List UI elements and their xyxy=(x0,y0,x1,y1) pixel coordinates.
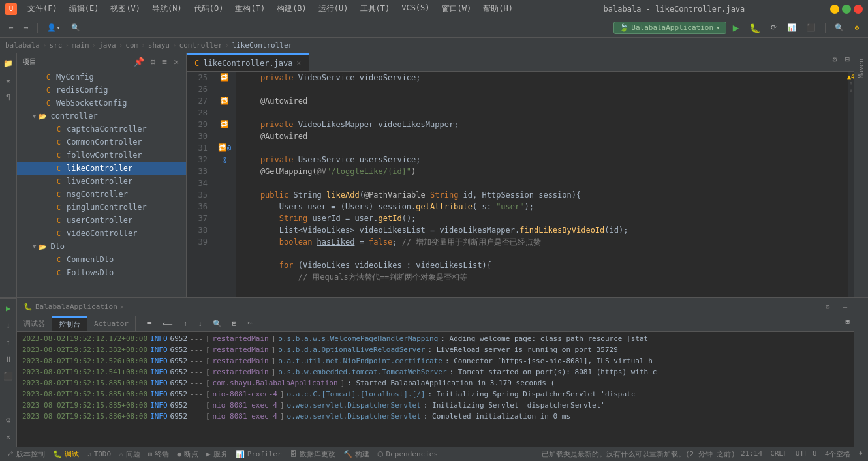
sidebar-settings-icon[interactable]: ⚙ xyxy=(149,56,158,67)
tree-item-captchacontroller[interactable]: C captchaController xyxy=(17,123,186,136)
editor-split-icon[interactable]: ⊟ xyxy=(841,53,854,71)
run-button[interactable]: ▶ xyxy=(729,20,743,35)
menu-vcs[interactable]: VCS(S) xyxy=(396,2,435,16)
console-right-button[interactable]: ⊞ xyxy=(841,316,854,331)
profile-run-button[interactable]: 📊 xyxy=(783,22,800,33)
tree-item-followcontroller[interactable]: C followController xyxy=(17,149,186,162)
tree-item-websocketconfig[interactable]: C WebSocketConfig xyxy=(17,97,186,110)
tree-item-commoncontroller[interactable]: C CommonController xyxy=(17,136,186,149)
debug-button[interactable]: 🐛 xyxy=(745,22,764,35)
tree-item-videocontroller[interactable]: C videoController xyxy=(17,227,186,240)
tab-debugger[interactable]: 调试器 xyxy=(17,316,52,331)
sidebar-pin-icon[interactable]: 📌 xyxy=(132,56,146,67)
window-controls[interactable] xyxy=(830,5,863,14)
status-encoding[interactable]: UTF-8 xyxy=(796,449,817,459)
console-scroll-up[interactable]: ↑ xyxy=(179,318,192,329)
profile-button[interactable]: 👤▾ xyxy=(43,22,65,33)
menu-edit[interactable]: 编辑(E) xyxy=(64,2,104,16)
breadcrumb-java[interactable]: java xyxy=(99,41,116,50)
console-search-button[interactable]: 🔍 xyxy=(209,318,226,329)
error-nav-up[interactable]: ∧ xyxy=(849,80,852,87)
bottom-tab-app[interactable]: 🐛 BalabalaApplication ✕ xyxy=(17,298,131,316)
status-breakpoints[interactable]: ● 断点 xyxy=(177,449,198,459)
breadcrumb-root[interactable]: balabala xyxy=(5,41,40,50)
settings-button[interactable]: ⚙ xyxy=(850,22,863,33)
console-filter-button[interactable]: ⊟ xyxy=(228,318,241,329)
console-wrap-button[interactable]: ⬳ xyxy=(243,318,258,329)
tab-close-button[interactable]: ✕ xyxy=(297,59,302,67)
menu-file[interactable]: 文件(F) xyxy=(22,2,63,16)
forward-button[interactable]: → xyxy=(20,22,33,33)
bottom-icon-up[interactable]: ↑ xyxy=(1,335,16,349)
status-terminal[interactable]: ⊞ 终端 xyxy=(148,449,170,459)
status-line-endings[interactable]: CRLF xyxy=(770,449,788,459)
coverage-button[interactable]: ⟳ xyxy=(767,22,781,33)
gutter-bookmark-32[interactable]: @ xyxy=(223,154,226,166)
status-build[interactable]: 🔨 构建 xyxy=(343,449,369,459)
gutter-icon-27[interactable]: 🔁 xyxy=(220,95,229,107)
tree-item-myconfig[interactable]: C MyConfig xyxy=(17,70,186,83)
menu-run[interactable]: 运行(U) xyxy=(313,2,354,16)
menu-help[interactable]: 帮助(H) xyxy=(478,2,518,16)
tree-item-likecontroller[interactable]: C likeController xyxy=(17,162,186,175)
search-button[interactable]: 🔍 xyxy=(831,22,848,33)
code-editor[interactable]: 25 26 27 28 29 30 31 32 33 34 35 36 37 3… xyxy=(187,72,854,297)
breadcrumb-src[interactable]: src xyxy=(50,41,63,50)
breadcrumb-com[interactable]: com xyxy=(125,41,138,50)
search-everywhere-icon[interactable]: 🔍 xyxy=(67,22,84,33)
breadcrumb-controller[interactable]: controller xyxy=(179,41,223,50)
status-line-col[interactable]: 21:14 xyxy=(741,449,762,459)
gutter-bookmark-31[interactable]: @ xyxy=(227,142,231,154)
app-tab-close[interactable]: ✕ xyxy=(120,303,124,310)
editor-settings-icon[interactable]: ⚙ xyxy=(829,53,841,71)
breadcrumb-shayu[interactable]: shayu xyxy=(148,41,170,50)
minimize-button[interactable] xyxy=(830,5,839,14)
favorites-icon[interactable]: ★ xyxy=(1,73,16,87)
sidebar-close-icon[interactable]: ✕ xyxy=(172,56,181,67)
status-dependencies[interactable]: ⬡ Dependencies xyxy=(377,450,438,458)
tab-console[interactable]: 控制台 xyxy=(52,316,87,331)
tab-actuator[interactable]: Actuator xyxy=(87,316,136,331)
log-content[interactable]: 2023-08-02T19:52:12.172+08:00 INFO 6952 … xyxy=(17,332,854,447)
tree-item-controller-folder[interactable]: ▼ 📂 controller xyxy=(17,110,186,123)
close-button[interactable] xyxy=(854,5,863,14)
menu-window[interactable]: 窗口(W) xyxy=(437,2,477,16)
status-services[interactable]: ▶ 服务 xyxy=(206,449,228,459)
maximize-button[interactable] xyxy=(842,5,851,14)
bottom-icon-down[interactable]: ↓ xyxy=(1,318,16,333)
bottom-panel-minimize[interactable]: — xyxy=(836,298,854,316)
gutter-icon-29[interactable]: 🔁 xyxy=(220,119,229,130)
menu-tools[interactable]: 工具(T) xyxy=(355,2,395,16)
bottom-panel-settings[interactable]: ⚙ xyxy=(819,298,837,316)
bottom-icon-pause[interactable]: ⏸ xyxy=(1,352,16,366)
menu-refactor[interactable]: 重构(T) xyxy=(230,2,270,16)
bottom-icon-run[interactable]: ▶ xyxy=(1,301,16,316)
editor-tab-likecontroller[interactable]: C likeController.java ✕ xyxy=(187,53,309,71)
status-profiler[interactable]: 📊 Profiler xyxy=(236,450,282,458)
run-config-dropdown-icon[interactable]: ▾ xyxy=(716,23,721,32)
bottom-icon-settings[interactable]: ⚙ xyxy=(1,413,16,427)
tree-item-pingluncontroller[interactable]: C pinglunController xyxy=(17,201,186,214)
stop-button[interactable]: ⬛ xyxy=(803,22,820,33)
menu-bar[interactable]: 文件(F) 编辑(E) 视图(V) 导航(N) 代码(O) 重构(T) 构建(B… xyxy=(22,2,518,16)
status-indent[interactable]: 4个空格 xyxy=(825,449,851,459)
status-version-control[interactable]: ⎇ 版本控制 xyxy=(5,449,45,459)
maven-tab[interactable]: Maven xyxy=(858,56,865,81)
back-button[interactable]: ← xyxy=(5,22,18,33)
console-clear-button[interactable]: ≡ xyxy=(144,318,156,329)
tree-item-redisconfig[interactable]: C redisConfig xyxy=(17,83,186,97)
status-problems[interactable]: ⚠ 问题 xyxy=(119,449,140,459)
tree-item-msgcontroller[interactable]: C msgController xyxy=(17,188,186,201)
bottom-icon-close[interactable]: ✕ xyxy=(1,430,16,444)
structure-icon[interactable]: ¶ xyxy=(1,90,16,104)
sidebar-collapse-icon[interactable]: ≡ xyxy=(160,56,169,67)
code-content[interactable]: private VideoService videoService; @Auto… xyxy=(236,72,848,297)
tree-item-followsdto[interactable]: C FollowsDto xyxy=(17,266,186,279)
tree-item-commentdto[interactable]: C CommentDto xyxy=(17,253,186,266)
status-db-changes[interactable]: 🗄 数据库更改 xyxy=(290,449,335,459)
tree-item-livecontroller[interactable]: C liveController xyxy=(17,175,186,188)
gutter-icon-31[interactable]: 🔁 xyxy=(218,142,227,154)
gutter-icon-25[interactable]: 🔁 xyxy=(220,72,229,83)
run-config-selector[interactable]: 🍃 BalabalaApplication ▾ xyxy=(613,22,726,34)
console-scroll-down[interactable]: ⟸ xyxy=(159,318,177,329)
